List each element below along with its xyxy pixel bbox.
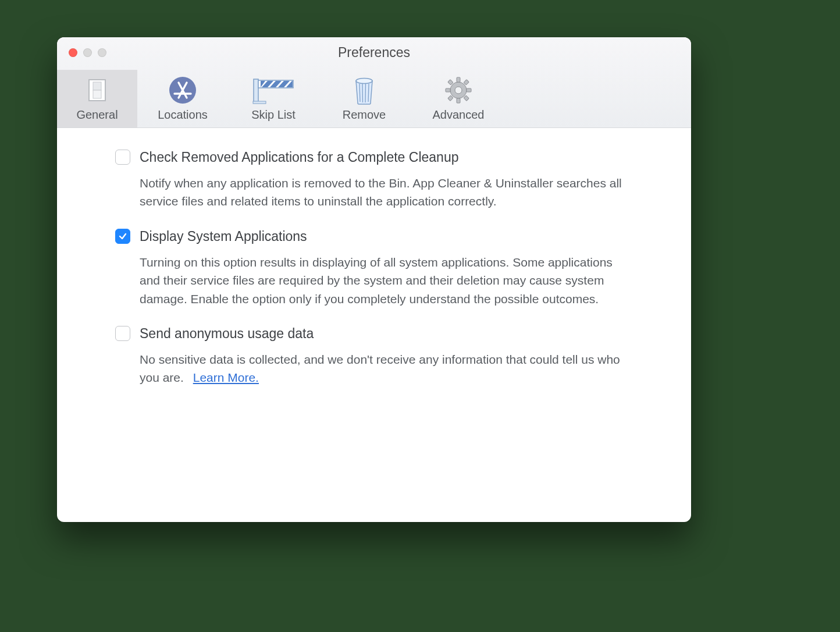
svg-rect-26 [464,80,469,85]
option-complete-cleanup: Check Removed Applications for a Complet… [115,149,633,211]
preferences-window: Preferences General [57,37,691,522]
svg-point-15 [356,79,372,84]
general-pane: Check Removed Applications for a Complet… [57,128,691,522]
option-display-system-apps: Display System Applications Turning on t… [115,228,633,308]
svg-rect-25 [448,80,453,85]
option-description: No sensitive data is collected, and we d… [140,350,633,387]
option-anonymous-usage: Send anonymous usage data No sensitive d… [115,325,633,387]
svg-rect-24 [467,88,471,92]
svg-rect-14 [253,101,266,104]
svg-line-18 [365,84,366,102]
svg-rect-23 [446,88,450,92]
barrier-icon [252,74,295,106]
option-title: Check Removed Applications for a Complet… [140,149,633,166]
svg-rect-7 [254,79,258,102]
traffic-lights [57,48,106,57]
gear-icon [444,74,473,106]
switch-icon [84,74,110,106]
tab-label: Skip List [251,108,296,122]
svg-rect-1 [93,82,101,90]
trash-icon [351,74,377,106]
option-title: Send anonymous usage data [140,325,633,342]
tab-locations[interactable]: Locations [137,70,228,127]
zoom-window-button[interactable] [98,48,106,57]
checkbox-display-system-apps[interactable] [115,229,130,244]
svg-rect-22 [457,98,460,103]
titlebar: Preferences General [57,37,691,128]
window-title: Preferences [57,45,691,61]
tab-general[interactable]: General [57,70,137,127]
option-title: Display System Applications [140,228,633,245]
option-description: Notify when any application is removed t… [140,174,633,211]
tab-skip-list[interactable]: Skip List [228,70,319,127]
preferences-toolbar: General Locations [57,68,691,127]
learn-more-link[interactable]: Learn More. [193,371,259,384]
svg-rect-27 [448,95,453,101]
svg-rect-2 [93,90,101,98]
svg-point-29 [455,87,462,94]
checkbox-complete-cleanup[interactable] [115,150,130,165]
minimize-window-button[interactable] [83,48,92,57]
tab-label: General [76,108,118,122]
svg-rect-21 [457,77,460,82]
tab-remove[interactable]: Remove [319,70,410,127]
svg-rect-28 [464,95,469,101]
close-window-button[interactable] [69,48,77,57]
option-description: Turning on this option results in displa… [140,253,633,308]
tab-label: Advanced [433,108,485,122]
tab-label: Locations [158,108,208,122]
svg-line-17 [362,84,363,102]
appstore-icon [168,74,197,106]
tab-label: Remove [343,108,386,122]
checkbox-anonymous-usage[interactable] [115,326,130,341]
tab-advanced[interactable]: Advanced [410,70,507,127]
